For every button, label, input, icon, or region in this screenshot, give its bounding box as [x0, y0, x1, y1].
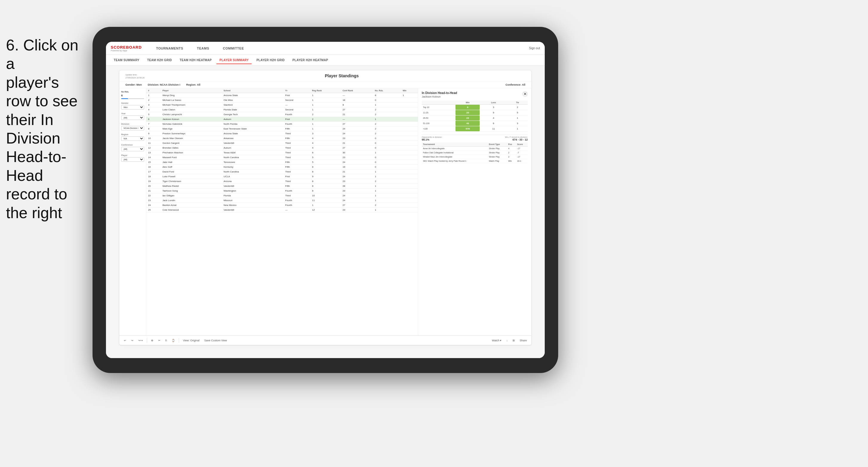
tab-player-summary[interactable]: PLAYER SUMMARY: [216, 57, 252, 64]
cell-school: North Florida: [222, 121, 284, 126]
table-row[interactable]: 11 Gordon Sargent Vanderbilt Third 4 21 …: [146, 141, 418, 145]
table-row[interactable]: 16 Alex Goff Kentucky Fifth 8 19 0: [146, 164, 418, 169]
division-select[interactable]: NCAA Division I: [121, 126, 144, 130]
h2h-close-button[interactable]: ✕: [522, 91, 528, 97]
clock-button[interactable]: ⌚: [170, 338, 177, 343]
cell-conf-rank: —: [341, 93, 373, 98]
table-row[interactable]: 12 Brendan Valles Auburn Third 4 27 0: [146, 145, 418, 150]
table-row[interactable]: 24 Bastien Amat New Mexico Fourth 1 27 2: [146, 203, 418, 208]
table-row[interactable]: 6 Jackson Koivun Auburn First 2 — 1: [146, 117, 418, 121]
copy-button[interactable]: ⎘: [164, 338, 168, 343]
cell-school: North Carolina: [222, 155, 284, 160]
cell-yr: Third: [283, 155, 310, 160]
cell-tournament: SEC Match Play hosted by Jerry Pate Roun…: [422, 159, 488, 163]
cell-conf-rank: 24: [341, 131, 373, 136]
cell-school: Washington: [222, 188, 284, 193]
table-row[interactable]: 22 Ian Gilligan Florida Third 10 24 1: [146, 193, 418, 198]
table-row[interactable]: 10 Jacob Max Obesen Arkansas Fifth 4 23 …: [146, 136, 418, 141]
cell-no-rds: 0: [373, 155, 401, 160]
cell-win: [401, 155, 418, 160]
cell-conf-rank: 24: [341, 160, 373, 164]
cell-yr: —: [283, 102, 310, 107]
player-select[interactable]: (All): [121, 157, 144, 162]
cell-event-type: Stroke Play: [488, 155, 507, 159]
sign-out-button[interactable]: Sign out: [529, 46, 540, 50]
table-row[interactable]: 23 Jack Lundin Missouri Fourth 11 24 1: [146, 198, 418, 203]
redo-all-button[interactable]: ↪↪: [137, 338, 145, 343]
download-button[interactable]: ↓: [505, 338, 509, 343]
cell-reg-rank: 5: [310, 160, 341, 164]
table-row[interactable]: 3 Michael Thorbjornsen Stanford — 1 8 1: [146, 102, 418, 107]
watch-button[interactable]: Watch ▾: [490, 338, 503, 343]
cell-no-rds: 0: [373, 136, 401, 141]
table-row[interactable]: 8 Mats Ege East Tennessee State Fifth 1 …: [146, 126, 418, 131]
cell-win: [401, 164, 418, 169]
cell-win: [401, 126, 418, 131]
table-row[interactable]: 13 Phichaksn Maichon Texas A&M Third 6 3…: [146, 150, 418, 155]
table-row[interactable]: 15 Jake Hall Tennessee Fifth 5 24 0: [146, 160, 418, 164]
table-row[interactable]: 25 Cole Sherwood Vanderbilt — 12 23 1: [146, 208, 418, 212]
cell-tournament: Fallon Oak Collegiate Invitational: [422, 150, 488, 155]
cell-player: Jack Lundin: [161, 198, 222, 203]
h2h-col-win: Win: [456, 100, 480, 105]
add-button[interactable]: ⊕: [150, 338, 155, 343]
save-custom-view-button[interactable]: Save Custom View: [203, 338, 228, 343]
cell-num: 17: [146, 169, 161, 174]
cell-score: -17: [516, 146, 528, 150]
cell-school: Tennessee: [222, 160, 284, 164]
table-row[interactable]: 4 Luke Claton Florida State Second 1 27 …: [146, 107, 418, 112]
grid-button[interactable]: ⊞: [511, 338, 516, 343]
table-row[interactable]: 2 Michael La Sasso Ole Miss Second 1 18 …: [146, 98, 418, 102]
tab-team-h2h-heatmap[interactable]: TEAM H2H HEATMAP: [177, 57, 215, 64]
table-row[interactable]: 1 Wenyi Ding Arizona State First 1 — 8 1: [146, 93, 418, 98]
share-button[interactable]: Share: [518, 338, 528, 343]
gender-filter-label: Gender: [121, 102, 144, 104]
table-row[interactable]: 5 Christo Lamprecht Georgia Tech Fourth …: [146, 112, 418, 117]
no-rds-slider[interactable]: [121, 98, 144, 99]
tab-team-summary[interactable]: TEAM SUMMARY: [111, 57, 143, 64]
year-select[interactable]: (All): [121, 116, 144, 120]
cell-reg-rank: 11: [310, 198, 341, 203]
cell-reg-rank: 1: [310, 203, 341, 208]
table-row[interactable]: 17 David Ford North Carolina Third 8 21 …: [146, 169, 418, 174]
cell-player: Preston Summerhays: [161, 131, 222, 136]
cell-yr: Fifth: [283, 136, 310, 141]
h2h-win-cell: 20: [456, 110, 480, 115]
nav-tournaments[interactable]: TOURNAMENTS: [154, 45, 186, 51]
gender-select[interactable]: Men: [121, 105, 144, 110]
h2h-rank-label: >100: [422, 126, 456, 131]
tab-player-h2h-heatmap[interactable]: PLAYER H2H HEATMAP: [289, 57, 331, 64]
cell-yr: Fourth: [283, 112, 310, 117]
nav-teams[interactable]: TEAMS: [195, 45, 212, 51]
table-row[interactable]: 7 Nicholas Gabrelcik North Florida Fourt…: [146, 121, 418, 126]
h2h-panel: In Division Head-to-Head Jackson Koivun …: [418, 88, 531, 335]
cell-reg-rank: 1: [310, 107, 341, 112]
tab-player-h2h-grid[interactable]: PLAYER H2H GRID: [253, 57, 288, 64]
player-table-area: # Player School Yr Reg Rank Conf Rank No…: [146, 88, 418, 335]
region-select[interactable]: N/A: [121, 136, 144, 141]
table-row[interactable]: 19 Tiger Christensen Arizona Third 8 23 …: [146, 179, 418, 184]
cut-button[interactable]: ✂: [157, 338, 162, 343]
cell-conf-rank: 23: [341, 208, 373, 212]
table-row[interactable]: 9 Preston Summerhays Arizona State Third…: [146, 131, 418, 136]
cell-conf-rank: —: [341, 117, 373, 121]
cell-win: [401, 145, 418, 150]
table-row[interactable]: 21 Taehoon Song Washington Fourth 8 23 1: [146, 188, 418, 193]
cell-reg-rank: 1: [310, 126, 341, 131]
undo-button[interactable]: ↩: [122, 338, 128, 343]
region-filter: Region N/A: [121, 133, 144, 141]
view-original-button[interactable]: View: Original: [182, 338, 201, 343]
conference-select[interactable]: (All): [121, 147, 144, 151]
cell-win: [401, 136, 418, 141]
cell-school: Vanderbilt: [222, 141, 284, 145]
cell-no-rds: 2: [373, 107, 401, 112]
redo-button[interactable]: ↪: [129, 338, 135, 343]
tab-team-h2h-grid[interactable]: TEAM H2H GRID: [144, 57, 175, 64]
table-row[interactable]: 14 Maxwell Ford North Carolina Third 5 2…: [146, 155, 418, 160]
table-row[interactable]: 20 Matthew Riedel Vanderbilt Fifth 8 28 …: [146, 184, 418, 188]
cell-conf-rank: 23: [341, 155, 373, 160]
table-row[interactable]: 18 Luke Powell UCLA First 9 24 1: [146, 174, 418, 179]
h2h-win-cell: 22: [456, 115, 480, 121]
nav-committee[interactable]: COMMITTEE: [221, 45, 247, 51]
cell-num: 9: [146, 131, 161, 136]
